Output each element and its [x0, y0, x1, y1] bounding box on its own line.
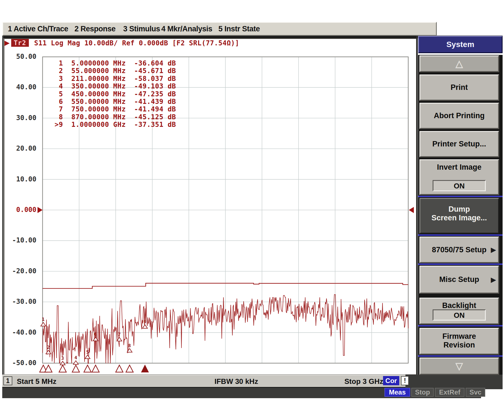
softkey-scroll-up[interactable]: △: [419, 55, 499, 72]
softkey-label: Dump: [420, 199, 498, 214]
softkey-invert-image-value: ON: [433, 180, 486, 191]
submenu-arrow-icon: ▶: [491, 246, 496, 254]
menu-item-mkr-analysis[interactable]: 4 Mkr/Analysis: [161, 25, 212, 33]
softkey-backlight[interactable]: BacklightON: [419, 298, 499, 325]
softkey-87050-75-setup[interactable]: 87050/75 Setup▶: [419, 237, 499, 263]
softkey-label: Abort Printing: [420, 104, 498, 128]
status-indicator-extref: ExtRef: [435, 388, 465, 397]
top-menu-bar: 1 Active Ch/Trace2 Response3 Stimulus4 M…: [2, 22, 437, 36]
softkey-firmware-revision[interactable]: FirmwareRevision: [419, 328, 499, 355]
y-tick-20.00: 20.00: [6, 144, 36, 152]
stop-frequency-label: Stop 3 GHz: [344, 377, 383, 386]
softkey-label: Backlight: [420, 298, 498, 310]
y-tick-10.00: 10.00: [6, 175, 36, 183]
scroll-up-icon: △: [420, 56, 498, 71]
y-tick--20.00: -20.00: [6, 267, 36, 275]
trace-label-badge: Tr2: [11, 39, 29, 47]
softkey-print[interactable]: Print: [419, 74, 499, 101]
panel-separator: [416, 36, 418, 375]
alert-badge: !: [401, 376, 409, 385]
marker-row-6: 6 550.00000 MHz -41.439 dB: [55, 98, 176, 106]
softkey-scroll-down[interactable]: ▽: [419, 358, 499, 375]
status-indicator-meas: Meas: [384, 388, 410, 397]
y-tick--10.00: -10.00: [6, 236, 36, 244]
y-tick--30.00: -30.00: [6, 298, 36, 305]
softkey-label: Misc Setup: [420, 267, 498, 293]
menu-item-stimulus[interactable]: 3 Stimulus: [123, 25, 160, 33]
marker-row-8: 8 870.00000 MHz -45.125 dB: [55, 113, 176, 121]
y-tick--50.00: -50.00: [6, 359, 36, 367]
softkey-blue-separator: [418, 196, 503, 197]
softkey-label: Invert Image: [420, 160, 498, 172]
marker-row-1: 1 5.0000000 MHz -36.604 dB: [55, 59, 176, 67]
softkey-dump-screen-image[interactable]: DumpScreen Image...: [419, 198, 499, 234]
menu-item-instr-state[interactable]: 5 Instr State: [218, 25, 260, 33]
correction-status-badge: Cor: [383, 376, 399, 385]
trace-description: S11 Log Mag 10.00dB/ Ref 0.000dB [F2 SRL…: [34, 39, 239, 47]
softkey-menu-title: System: [418, 36, 503, 53]
status-indicator-stop: Stop: [411, 388, 434, 397]
softkey-blue-separator: [418, 325, 503, 326]
y-tick-50.00: 50.00: [6, 53, 36, 60]
menu-item-active-ch-trace[interactable]: 1 Active Ch/Trace: [8, 25, 68, 33]
status-indicator-svc: Svc: [466, 388, 485, 397]
ifbw-label: IFBW 30 kHz: [214, 377, 258, 386]
softkey-invert-image[interactable]: Invert ImageON: [419, 159, 499, 195]
y-tick--40.00: -40.00: [6, 328, 36, 336]
softkey-label: Printer Setup...: [420, 132, 498, 156]
status-bar: 1 Start 5 MHz IFBW 30 kHz Stop 3 GHz Cor…: [2, 375, 405, 388]
softkey-label: Firmware: [420, 329, 498, 341]
marker-row-2: 2 55.000000 MHz -45.671 dB: [55, 67, 176, 75]
system-status-strip: MeasStopExtRefSvc: [2, 386, 481, 398]
screen-left-edge: [2, 36, 4, 386]
softkey-blue-separator: [418, 263, 503, 265]
softkey-label-line2: Screen Image...: [420, 214, 498, 222]
start-frequency-label: Start 5 MHz: [17, 377, 57, 386]
marker-row-9: >9 1.0000000 GHz -37.351 dB: [55, 121, 176, 129]
marker-row-7: 7 750.00000 MHz -41.494 dB: [55, 105, 176, 113]
softkey-abort-printing[interactable]: Abort Printing: [419, 103, 499, 129]
softkey-blue-separator: [418, 355, 503, 357]
scroll-down-icon: ▽: [420, 358, 498, 374]
y-tick-30.00: 30.00: [6, 114, 36, 122]
menu-item-response[interactable]: 2 Response: [74, 25, 116, 33]
softkey-label-line2: Revision: [420, 341, 498, 349]
softkey-blue-separator: [418, 234, 503, 236]
trace-header: ▶ Tr2 S11 Log Mag 10.00dB/ Ref 0.000dB […: [0, 39, 414, 47]
channel-number-badge: 1: [3, 376, 12, 385]
marker-row-5: 5 450.00000 MHz -47.235 dB: [55, 90, 176, 98]
marker-row-4: 4 350.00000 MHz -49.103 dB: [55, 82, 176, 90]
softkey-backlight-value: ON: [433, 309, 486, 321]
y-tick-0.000: 0.000: [6, 206, 36, 214]
marker-row-3: 3 211.00000 MHz -58.037 dB: [55, 75, 176, 83]
submenu-arrow-icon: ▶: [491, 276, 496, 283]
softkey-misc-setup[interactable]: Misc Setup▶: [419, 266, 499, 294]
active-trace-arrow-icon: ▶: [4, 39, 10, 47]
softkey-label: Print: [420, 75, 498, 100]
softkey-label: 87050/75 Setup: [420, 237, 498, 262]
softkey-printer-setup[interactable]: Printer Setup...: [419, 131, 499, 157]
instrument-screen: 1 Active Ch/Trace2 Response3 Stimulus4 M…: [0, 0, 504, 420]
y-tick-40.00: 40.00: [6, 83, 36, 91]
